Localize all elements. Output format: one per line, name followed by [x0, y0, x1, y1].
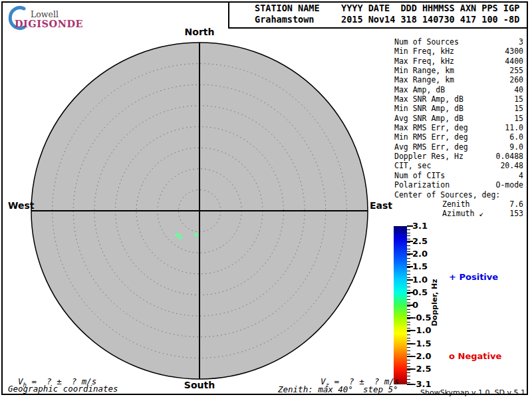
- info-row: Avg RMS Err, deg9.0: [394, 142, 523, 152]
- info-row-label: CIT, sec: [394, 161, 431, 170]
- info-row-value: 0.0488: [495, 152, 523, 161]
- compass-label-east: East: [370, 200, 392, 211]
- info-row: Doppler Res, Hz0.0488: [394, 152, 523, 161]
- info-row-label: Doppler Res, Hz: [394, 152, 464, 161]
- info-row-value: 153: [509, 209, 523, 218]
- colorbar-tick-label: 1.5: [412, 261, 440, 272]
- info-row-label: Max Range, km: [394, 75, 454, 84]
- info-row-value: 4300: [505, 47, 523, 56]
- info-row-value: 9.0: [509, 142, 523, 152]
- info-row-value: 260: [509, 75, 523, 84]
- info-row-label: Max Freq, kHz: [394, 57, 454, 66]
- info-row-value: 4: [519, 171, 523, 180]
- legend-negative: o Negative: [443, 341, 501, 361]
- doppler-colorbar: [394, 226, 407, 384]
- info-row-label: Center of Sources, deg:: [394, 190, 500, 200]
- compass-label-west: West: [8, 200, 34, 211]
- info-row-label: Num of Sources: [394, 37, 459, 47]
- info-row-value: 7.6: [509, 200, 523, 209]
- info-row-value: 15: [514, 114, 523, 123]
- info-row: Max RMS Err, deg11.0: [394, 123, 523, 132]
- info-row: Min Range, km255: [394, 66, 523, 75]
- circle-marker-icon: o: [449, 351, 455, 361]
- info-row: Max Range, km260: [394, 75, 523, 84]
- info-row-value: O-mode: [495, 180, 523, 190]
- info-row-label: Zenith: [442, 200, 470, 209]
- info-row-label: Avg SNR Amp, dB: [394, 114, 464, 123]
- colorbar-tick-label: 2.5: [412, 236, 440, 247]
- info-row-label: Min RMS Err, deg: [394, 132, 468, 142]
- station-header-values: Grahamstown 2015 Nov14 318 140730 417 10…: [255, 14, 519, 25]
- info-panel: Num of Sources3Min Freq, kHz4300Max Freq…: [394, 37, 523, 219]
- info-row: Avg SNR Amp, dB15: [394, 114, 523, 123]
- info-row-value: 3: [519, 37, 523, 47]
- info-row: CIT, sec20.48: [394, 161, 523, 170]
- compass-label-north: North: [180, 27, 219, 37]
- info-row-label: Min Range, km: [394, 66, 454, 75]
- info-row-label: Min Freq, kHz: [394, 47, 454, 56]
- info-row: Min SNR Amp, dB15: [394, 104, 523, 113]
- colorbar-tick-label: -1.0: [412, 325, 440, 336]
- info-row-label: Max SNR Amp, dB: [394, 94, 464, 104]
- legend-positive: + Positive: [443, 262, 498, 282]
- zenith-range-note: Zenith: max 40° step 5°: [278, 384, 398, 394]
- info-row: Min Freq, kHz4300: [394, 47, 523, 56]
- info-row: Max SNR Amp, dB15: [394, 94, 523, 104]
- info-row-value: 11.0: [505, 123, 523, 132]
- station-header-columns: STATION NAME YYYY DATE DDD HHMMSS AXN PP…: [255, 3, 519, 13]
- info-row-label: Num of CITs: [394, 171, 445, 180]
- colorbar-tick-label: 2.0: [412, 249, 440, 259]
- version-text: ShowSkymap v 1.0 SD v 5.1: [420, 388, 525, 397]
- info-row-label: Polarization: [394, 180, 450, 190]
- info-row-value: 15: [514, 104, 523, 113]
- colorbar-tick-label: 3.1: [412, 221, 440, 231]
- info-row: Num of CITs4: [394, 171, 523, 180]
- colorbar-tick-label: -2.0: [412, 351, 440, 362]
- info-row-value: 255: [509, 66, 523, 75]
- info-row-label: Azimuth ↙: [442, 209, 483, 218]
- colorbar-tick-label: -2.5: [412, 364, 440, 374]
- compass-label-south: South: [180, 380, 219, 390]
- skymap-plot[interactable]: [13, 25, 386, 397]
- info-row: Center of Sources, deg:: [394, 190, 523, 200]
- info-row-value: 20.48: [500, 161, 523, 170]
- info-row: Num of Sources3: [394, 37, 523, 47]
- info-row-label: Avg RMS Err, deg: [394, 142, 468, 152]
- info-row-value: 6.0: [509, 132, 523, 142]
- info-row-label: Min SNR Amp, dB: [394, 104, 464, 113]
- info-row-label: Max Amp, dB: [394, 85, 445, 94]
- info-row-value: 15: [514, 94, 523, 104]
- info-row: Max Freq, kHz4400: [394, 57, 523, 66]
- info-row: Azimuth ↙153: [394, 209, 523, 218]
- info-row-label: Max RMS Err, deg: [394, 123, 468, 132]
- info-row-value: 4400: [505, 57, 523, 66]
- info-row-value: 40: [514, 85, 523, 94]
- legend-positive-label: Positive: [460, 272, 499, 282]
- info-row: Zenith7.6: [394, 200, 523, 209]
- legend-negative-label: Negative: [458, 351, 502, 361]
- doppler-colorbar-title: Doppler, Hz: [430, 279, 439, 326]
- colorbar-tick-label: -1.5: [412, 338, 440, 349]
- coordinates-note: Geographic coordinates: [8, 384, 118, 394]
- info-row: PolarizationO-mode: [394, 180, 523, 190]
- info-row: Min RMS Err, deg6.0: [394, 132, 523, 142]
- plus-marker-icon: +: [449, 272, 456, 282]
- info-row: Max Amp, dB40: [394, 85, 523, 94]
